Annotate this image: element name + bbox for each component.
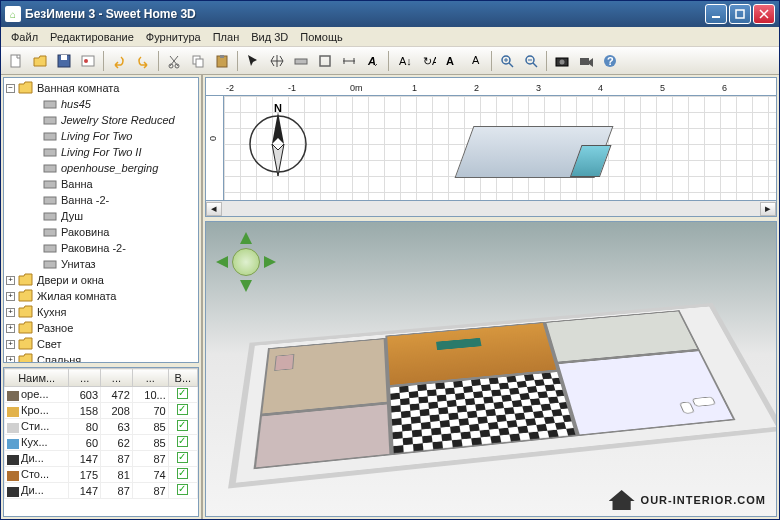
redo-icon[interactable] <box>132 50 154 72</box>
menu-furniture[interactable]: Фурнитура <box>140 29 207 45</box>
tree-item[interactable]: Душ <box>6 208 196 224</box>
scroll-left-icon[interactable]: ◂ <box>206 202 222 216</box>
search-text-icon[interactable]: A <box>441 50 463 72</box>
expand-icon[interactable]: + <box>6 356 15 364</box>
tree-item[interactable]: openhouse_berging <box>6 160 196 176</box>
expand-icon[interactable]: + <box>6 340 15 349</box>
close-button[interactable] <box>753 4 775 24</box>
table-row[interactable]: Ди...1478787 <box>5 483 198 499</box>
collapse-icon[interactable]: − <box>6 84 15 93</box>
snapshot-icon[interactable] <box>551 50 573 72</box>
zoom-out-icon[interactable] <box>520 50 542 72</box>
ruler-horizontal[interactable]: -2-10m123456 <box>205 77 777 95</box>
tree-category[interactable]: +Спальня <box>6 352 196 363</box>
menu-view3d[interactable]: Вид 3D <box>245 29 294 45</box>
cell-visible[interactable] <box>168 403 197 419</box>
cell-visible[interactable] <box>168 467 197 483</box>
nav-up-icon[interactable] <box>240 232 252 244</box>
expand-icon[interactable]: + <box>6 324 15 333</box>
zoom-in-icon[interactable] <box>496 50 518 72</box>
undo-icon[interactable] <box>108 50 130 72</box>
tree-item[interactable]: Раковина <box>6 224 196 240</box>
open-icon[interactable] <box>29 50 51 72</box>
view-3d[interactable]: OUR-INTERIOR.COM <box>205 221 777 517</box>
table-row[interactable]: Сто...1758174 <box>5 467 198 483</box>
compass-icon[interactable]: N <box>242 104 314 176</box>
table-row[interactable]: Сти...806385 <box>5 419 198 435</box>
tree-item[interactable]: Living For Two <box>6 128 196 144</box>
table-row[interactable]: Кро...15820870 <box>5 403 198 419</box>
plan-model-preview[interactable] <box>455 126 614 178</box>
col-name[interactable]: Наим... <box>5 369 69 387</box>
nav-left-icon[interactable] <box>216 256 228 268</box>
checkbox-icon[interactable] <box>177 452 188 463</box>
cell-visible[interactable] <box>168 387 197 403</box>
cell-visible[interactable] <box>168 483 197 499</box>
tree-item[interactable]: Унитаз <box>6 256 196 272</box>
record-icon[interactable] <box>575 50 597 72</box>
plan-view-2d[interactable]: N <box>223 95 777 201</box>
plan-scrollbar-h[interactable]: ◂ ▸ <box>205 201 777 217</box>
menu-plan[interactable]: План <box>207 29 246 45</box>
table-row[interactable]: Кух...606285 <box>5 435 198 451</box>
new-file-icon[interactable] <box>5 50 27 72</box>
ruler-vertical[interactable]: 0 <box>205 95 223 201</box>
dimension-icon[interactable] <box>338 50 360 72</box>
nav-center[interactable] <box>232 248 260 276</box>
wall-icon[interactable] <box>290 50 312 72</box>
pan-icon[interactable] <box>266 50 288 72</box>
furniture-table[interactable]: Наим... ... ... ... В... оре...60347210.… <box>3 367 199 517</box>
tree-item[interactable]: hus45 <box>6 96 196 112</box>
table-row[interactable]: Ди...1478787 <box>5 451 198 467</box>
expand-icon[interactable]: + <box>6 308 15 317</box>
rotate-icon[interactable]: ↻A <box>417 50 439 72</box>
tree-item[interactable]: Living For Two II <box>6 144 196 160</box>
checkbox-icon[interactable] <box>177 484 188 495</box>
cut-icon[interactable] <box>163 50 185 72</box>
tree-item[interactable]: Ванна <box>6 176 196 192</box>
maximize-button[interactable] <box>729 4 751 24</box>
checkbox-icon[interactable] <box>177 468 188 479</box>
checkbox-icon[interactable] <box>177 420 188 431</box>
text-icon[interactable]: A <box>362 50 384 72</box>
tree-item[interactable]: Раковина -2- <box>6 240 196 256</box>
col-h[interactable]: ... <box>132 369 168 387</box>
checkbox-icon[interactable] <box>177 404 188 415</box>
table-row[interactable]: оре...60347210... <box>5 387 198 403</box>
col-v[interactable]: В... <box>168 369 197 387</box>
paste-icon[interactable] <box>211 50 233 72</box>
checkbox-icon[interactable] <box>177 436 188 447</box>
col-d[interactable]: ... <box>101 369 133 387</box>
nav-right-icon[interactable] <box>264 256 276 268</box>
col-w[interactable]: ... <box>69 369 101 387</box>
tree-item[interactable]: Ванна -2- <box>6 192 196 208</box>
preferences-icon[interactable] <box>77 50 99 72</box>
copy-icon[interactable] <box>187 50 209 72</box>
scroll-right-icon[interactable]: ▸ <box>760 202 776 216</box>
tree-category[interactable]: +Двери и окна <box>6 272 196 288</box>
save-icon[interactable] <box>53 50 75 72</box>
checkbox-icon[interactable] <box>177 388 188 399</box>
menu-file[interactable]: Файл <box>5 29 44 45</box>
minimize-button[interactable] <box>705 4 727 24</box>
expand-icon[interactable]: + <box>6 292 15 301</box>
tree-category[interactable]: +Кухня <box>6 304 196 320</box>
tree-category[interactable]: +Жилая комната <box>6 288 196 304</box>
select-icon[interactable] <box>242 50 264 72</box>
cell-visible[interactable] <box>168 419 197 435</box>
text-small-icon[interactable]: A <box>465 50 487 72</box>
cell-visible[interactable] <box>168 451 197 467</box>
tree-category[interactable]: +Свет <box>6 336 196 352</box>
tree-item[interactable]: Jewelry Store Reduced <box>6 112 196 128</box>
menu-help[interactable]: Помощь <box>294 29 349 45</box>
menu-edit[interactable]: Редактирование <box>44 29 140 45</box>
north-icon[interactable]: A↓ <box>393 50 415 72</box>
help-icon[interactable]: ? <box>599 50 621 72</box>
tree-root[interactable]: − Ванная комната <box>6 80 196 96</box>
room-icon[interactable] <box>314 50 336 72</box>
titlebar[interactable]: ⌂ БезИмени 3 - Sweet Home 3D <box>1 1 779 27</box>
catalog-tree[interactable]: − Ванная комната hus45Jewelry Store Redu… <box>3 77 199 363</box>
expand-icon[interactable]: + <box>6 276 15 285</box>
cell-visible[interactable] <box>168 435 197 451</box>
tree-category[interactable]: +Разное <box>6 320 196 336</box>
